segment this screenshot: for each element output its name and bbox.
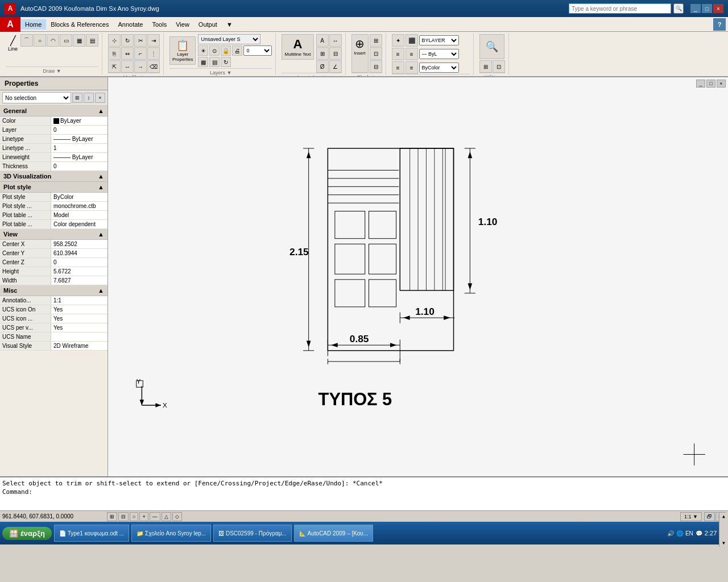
panel-close-btn[interactable]: × xyxy=(717,80,726,88)
ribbon-group-properties: ✦ ⬛ BYLAYER ≡ ≡ — ByL ≡ ≡ ByColor xyxy=(388,33,474,75)
block-btn-1[interactable]: ⊞ xyxy=(370,34,382,47)
svg-marker-51 xyxy=(140,400,144,405)
draw-btn-3[interactable]: ◠ xyxy=(47,34,59,47)
zoom-level[interactable]: 1:1 ▼ xyxy=(680,512,702,521)
prop-btn-5[interactable]: ≡ xyxy=(392,61,404,74)
close-button[interactable]: × xyxy=(713,4,723,13)
multiline-text-btn[interactable]: A Multiline Text xyxy=(282,34,313,60)
taskbar-item-4[interactable]: 📐 AutoCAD 2009 – [Κου... xyxy=(294,525,373,542)
menu-tools[interactable]: Tools xyxy=(148,19,172,30)
snap-btn-3[interactable]: ○ xyxy=(130,512,138,521)
layer-icon-4[interactable]: 🖨 xyxy=(232,45,242,56)
util-btn-1[interactable]: ⊞ xyxy=(479,60,492,73)
misc-section[interactable]: Misc ▲ xyxy=(0,285,107,296)
menu-view[interactable]: View xyxy=(171,19,194,30)
minimize-button[interactable]: _ xyxy=(690,4,701,13)
taskbar-item-3[interactable]: 🖼 DSC02599 - Πρόγραμ... xyxy=(213,525,292,542)
block-btn-3[interactable]: ⊟ xyxy=(370,60,382,73)
color-dropdown[interactable]: 0 xyxy=(243,45,272,56)
properties-panel: Properties No selection ⊞ ↕ × General ▲ … xyxy=(0,77,108,476)
layer-icon-5[interactable]: ▦ xyxy=(198,57,208,67)
menu-extra[interactable]: ▼ xyxy=(222,19,237,30)
anno-btn-1[interactable]: A xyxy=(316,34,329,47)
stretch-tool[interactable]: ↔ xyxy=(121,60,134,73)
selection-dropdown[interactable]: No selection xyxy=(2,92,71,103)
props-icon-3[interactable]: × xyxy=(95,93,105,103)
anno-btn-3[interactable]: ⊞ xyxy=(316,47,329,60)
menu-output[interactable]: Output xyxy=(194,19,222,30)
layer-icon-1[interactable]: ☀ xyxy=(198,45,208,56)
line-tool[interactable]: ╱ Line xyxy=(6,34,20,53)
scale-tool[interactable]: ⇱ xyxy=(108,60,121,73)
prop-row-lineweight: Lineweight ——— ByLayer xyxy=(0,153,107,162)
layer-icon-6[interactable]: ▤ xyxy=(209,57,220,67)
draw-btn-1[interactable]: ⌒ xyxy=(20,34,33,47)
insert-block-btn[interactable]: ⊕ Insert xyxy=(351,34,369,73)
draw-btn-5[interactable]: ▦ xyxy=(73,34,85,47)
copy-tool[interactable]: ⎘ xyxy=(108,47,121,60)
props-icon-1[interactable]: ⊞ xyxy=(72,93,82,103)
bylayer-dropdown[interactable]: BYLAYER xyxy=(419,35,459,45)
viz-section[interactable]: 3D Visualization ▲ xyxy=(0,171,107,182)
svg-rect-17 xyxy=(335,280,365,307)
panel-minimize-btn[interactable]: _ xyxy=(696,80,705,88)
search-input[interactable] xyxy=(569,3,671,14)
anno-btn-5[interactable]: Ø xyxy=(316,60,329,73)
rotate-tool[interactable]: ↻ xyxy=(121,34,134,47)
layer-properties-btn[interactable]: 📋 LayerProperties xyxy=(169,36,196,65)
prop-btn-3[interactable]: ≡ xyxy=(392,48,404,60)
snap-btn-6[interactable]: △ xyxy=(162,512,171,521)
anno-btn-6[interactable]: ∠ xyxy=(329,60,342,73)
general-section[interactable]: General ▲ xyxy=(0,106,107,117)
mirror-tool[interactable]: ⇔ xyxy=(121,47,134,60)
block-btn-2[interactable]: ⊡ xyxy=(370,47,382,60)
trim-tool[interactable]: ✂ xyxy=(134,34,147,47)
maximize-button[interactable]: □ xyxy=(702,4,712,13)
draw-btn-4[interactable]: ▭ xyxy=(60,34,72,47)
layer-icon-3[interactable]: 🔒 xyxy=(221,45,231,56)
fillet-tool[interactable]: ⌐ xyxy=(134,47,147,60)
command-input[interactable] xyxy=(35,488,726,496)
svg-text:1.10: 1.10 xyxy=(415,306,435,317)
svg-marker-22 xyxy=(307,152,311,159)
layer-dropdown[interactable]: Unsaved Layer S xyxy=(198,34,260,44)
snap-btn-1[interactable]: ⊞ xyxy=(107,512,117,521)
prop-btn-6[interactable]: ≡ xyxy=(406,61,418,74)
canvas-area[interactable]: _ □ × xyxy=(108,77,728,476)
array-tool[interactable]: ⋮ xyxy=(147,47,160,60)
snap-btn-7[interactable]: ◇ xyxy=(172,512,182,521)
layer-icon-2[interactable]: ⊙ xyxy=(209,45,220,56)
linetype-dropdown[interactable]: — ByL xyxy=(419,49,459,59)
draw-btn-2[interactable]: ○ xyxy=(34,34,46,47)
menu-annotate[interactable]: Annotate xyxy=(113,19,147,30)
taskbar-item-1[interactable]: 📄 Type1 κουφωμα.odt ... xyxy=(54,525,129,542)
erase-tool[interactable]: ⌫ xyxy=(147,60,160,73)
panel-restore-btn[interactable]: □ xyxy=(706,80,715,88)
bycolor-dropdown[interactable]: ByColor xyxy=(419,63,459,73)
plot-section[interactable]: Plot style ▲ xyxy=(0,182,107,193)
view-section[interactable]: View ▲ xyxy=(0,229,107,240)
move-tool[interactable]: ⊹ xyxy=(108,34,121,47)
util-btn-2[interactable]: ⊡ xyxy=(493,60,505,73)
match-props-btn[interactable]: ✦ xyxy=(392,34,404,47)
menu-home[interactable]: Home xyxy=(20,19,46,30)
extend-tool[interactable]: → xyxy=(134,60,147,73)
search-button[interactable]: 🔍 xyxy=(673,3,684,14)
snap-btn-5[interactable]: — xyxy=(150,512,160,521)
prop-btn-2[interactable]: ⬛ xyxy=(406,34,418,47)
help-button[interactable]: ? xyxy=(713,18,726,31)
snap-btn-4[interactable]: + xyxy=(139,512,148,521)
snap-btn-2[interactable]: ⊟ xyxy=(118,512,129,521)
anno-btn-2[interactable]: ↔ xyxy=(329,34,342,47)
offset-tool[interactable]: ⇥ xyxy=(147,34,160,47)
svg-text:1.10: 1.10 xyxy=(478,216,498,227)
taskbar-item-2[interactable]: 📁 Σχολείο Ano Syroy lep... xyxy=(131,525,211,542)
start-button[interactable]: 🪟 έναρξη xyxy=(2,527,52,540)
draw-btn-6[interactable]: ▤ xyxy=(86,34,98,47)
layer-icon-7[interactable]: ↻ xyxy=(221,57,231,67)
prop-btn-4[interactable]: ≡ xyxy=(406,48,418,60)
props-icon-2[interactable]: ↕ xyxy=(84,93,94,103)
menu-blocks[interactable]: Blocks & References xyxy=(46,19,113,30)
zoom-btn[interactable]: 🔍 xyxy=(479,34,504,59)
anno-btn-4[interactable]: ⊟ xyxy=(329,47,342,60)
